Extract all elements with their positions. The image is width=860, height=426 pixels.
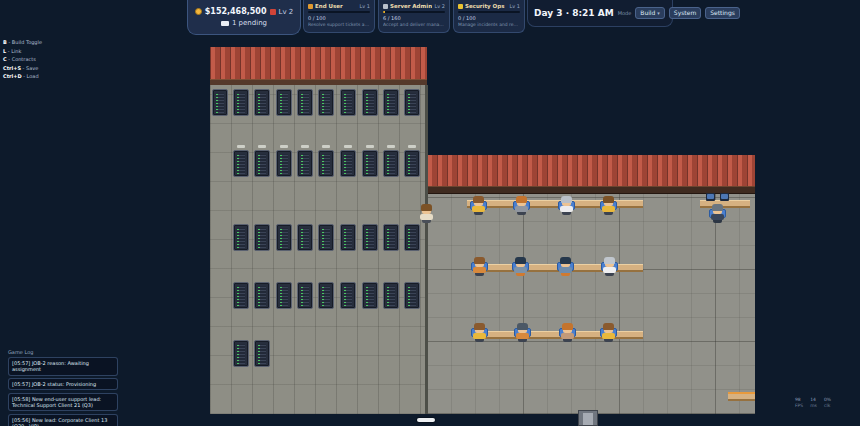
rack-label <box>280 145 288 148</box>
character-legs <box>422 220 431 223</box>
server-rack[interactable] <box>362 89 378 116</box>
perf-value: 0% <box>824 397 831 402</box>
worker-end-user[interactable] <box>560 196 573 214</box>
server-rack[interactable] <box>404 89 420 116</box>
server-rack[interactable] <box>340 224 356 251</box>
server-rack[interactable] <box>276 224 292 251</box>
server-rack[interactable] <box>383 282 399 309</box>
worker-end-user[interactable] <box>472 196 485 214</box>
server-rack[interactable] <box>297 89 313 116</box>
rack-label <box>301 145 309 148</box>
server-rack[interactable] <box>340 89 356 116</box>
character-hair <box>562 323 573 330</box>
server-rack[interactable] <box>254 89 270 116</box>
server-rack[interactable] <box>318 224 334 251</box>
character-legs <box>562 212 571 215</box>
level-badge-icon <box>270 9 276 15</box>
worker[interactable] <box>473 257 486 275</box>
money-coin-icon <box>195 8 202 15</box>
server-rack[interactable] <box>276 89 292 116</box>
rack-label <box>344 145 352 148</box>
perf-label: ms <box>810 403 817 408</box>
day-time-display: Day 3 · 8:21 AM <box>534 8 614 18</box>
server-rack[interactable] <box>404 224 420 251</box>
worker-suit[interactable] <box>711 204 724 222</box>
server-rack[interactable] <box>318 89 334 116</box>
server-rack[interactable] <box>233 282 249 309</box>
role-card[interactable]: Security Ops Lv 1 0 / 100 Manage inciden… <box>453 0 525 33</box>
server-rack[interactable] <box>362 150 378 177</box>
office-room-floor[interactable] <box>427 194 755 414</box>
pending-icon <box>221 21 229 26</box>
perf-label: FPS <box>795 403 803 408</box>
server-rack[interactable] <box>383 89 399 116</box>
server-rack[interactable] <box>318 150 334 177</box>
server-rack[interactable] <box>340 282 356 309</box>
settings-button[interactable]: Settings <box>705 7 740 19</box>
role-card[interactable]: Server Admin Lv 2 6 / 160 Accept and del… <box>378 0 450 33</box>
server-rack[interactable] <box>233 89 249 116</box>
worker[interactable] <box>603 257 616 275</box>
build-mode-select[interactable]: Build ▾ <box>635 7 665 19</box>
server-rack[interactable] <box>233 224 249 251</box>
server-icon <box>383 4 388 9</box>
card-title: End User <box>315 3 357 9</box>
worker[interactable] <box>473 323 486 341</box>
system-button[interactable]: System <box>669 7 701 19</box>
card-level: Lv 2 <box>434 3 445 9</box>
server-rack[interactable] <box>254 224 270 251</box>
xp-progress-text: 6 / 160 <box>383 15 445 21</box>
card-description: Resolve support tickets and earn E... <box>308 22 370 27</box>
server-rack[interactable] <box>297 224 313 251</box>
shortcut-hint: Ctrl+D - Load <box>3 73 42 79</box>
worker[interactable] <box>516 323 529 341</box>
server-rack[interactable] <box>404 150 420 177</box>
worker-end-user[interactable] <box>602 196 615 214</box>
server-rack[interactable] <box>404 282 420 309</box>
worker-end-user[interactable] <box>515 196 528 214</box>
desk[interactable] <box>700 200 750 208</box>
standing-character[interactable] <box>420 204 433 222</box>
server-rack[interactable] <box>212 89 228 116</box>
server-rack[interactable] <box>362 282 378 309</box>
worker[interactable] <box>561 323 574 341</box>
server-rack[interactable] <box>318 282 334 309</box>
character-hair <box>515 257 526 264</box>
server-rack[interactable] <box>254 282 270 309</box>
computer-monitor <box>720 193 729 201</box>
rack-label <box>258 145 266 148</box>
character-legs <box>604 212 613 215</box>
worker[interactable] <box>602 323 615 341</box>
server-rack[interactable] <box>362 224 378 251</box>
role-card[interactable]: End User Lv 1 0 / 100 Resolve support ti… <box>303 0 375 33</box>
character-hair <box>473 196 484 203</box>
character-hair <box>712 204 723 211</box>
game-scene[interactable] <box>0 0 860 426</box>
server-rack[interactable] <box>297 282 313 309</box>
server-rack[interactable] <box>383 150 399 177</box>
character-legs <box>475 273 484 276</box>
door[interactable] <box>578 410 598 426</box>
worker[interactable] <box>514 257 527 275</box>
company-level: Lv 2 <box>279 8 294 16</box>
server-rack[interactable] <box>276 282 292 309</box>
server-rack[interactable] <box>254 150 270 177</box>
server-rack[interactable] <box>276 150 292 177</box>
character-hair <box>604 257 615 264</box>
pending-count: 1 pending <box>232 19 267 27</box>
shortcut-hint: Ctrl+S - Save <box>3 65 42 71</box>
server-rack[interactable] <box>340 150 356 177</box>
worker[interactable] <box>559 257 572 275</box>
server-rack[interactable] <box>233 340 249 367</box>
server-rack[interactable] <box>233 150 249 177</box>
character-hair <box>560 257 571 264</box>
server-rack[interactable] <box>383 224 399 251</box>
shortcut-hint: C - Contracts <box>3 56 42 62</box>
shortcuts-list: B - Build ToggleL - LinkC - ContractsCtr… <box>3 39 42 79</box>
card-title: Server Admin <box>390 3 432 9</box>
card-level: Lv 1 <box>359 3 370 9</box>
server-rack[interactable] <box>254 340 270 367</box>
server-rack[interactable] <box>297 150 313 177</box>
game-log-entries: [05:57] JOB-2 reason: Awaiting assignmen… <box>8 357 118 426</box>
desk[interactable] <box>728 392 755 401</box>
